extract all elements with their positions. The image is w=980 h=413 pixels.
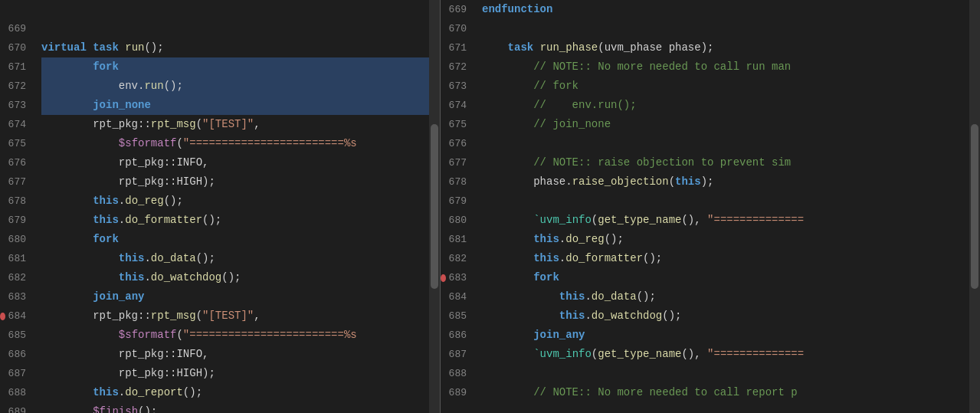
- line-number: 682: [0, 268, 32, 287]
- line-number: 684: [441, 287, 473, 306]
- code-line[interactable]: fork: [41, 230, 429, 249]
- line-number: 684: [0, 306, 32, 326]
- code-line[interactable]: // env.run();: [482, 96, 969, 115]
- right-code-area[interactable]: 6696706716726736746756766776786796806816…: [441, 0, 980, 413]
- line-number: 686: [0, 345, 32, 364]
- line-number: 669: [0, 19, 32, 38]
- code-line[interactable]: this.do_data();: [482, 287, 969, 306]
- line-number: 687: [441, 345, 473, 364]
- code-line[interactable]: this.do_formatter();: [482, 249, 969, 268]
- code-line[interactable]: rpt_pkg::HIGH);: [41, 172, 429, 192]
- code-line[interactable]: $finish();: [41, 402, 429, 413]
- code-line[interactable]: join_any: [41, 287, 429, 306]
- code-line[interactable]: [41, 0, 429, 19]
- code-line[interactable]: this.do_formatter();: [41, 211, 429, 230]
- code-line[interactable]: `uvm_info(get_type_name(), "============…: [482, 345, 969, 364]
- line-number: 682: [441, 249, 473, 268]
- left-pane: 6696706716726736746756766776786796806816…: [0, 0, 441, 413]
- code-line[interactable]: // NOTE:: No more needed to call run man: [482, 57, 969, 77]
- line-number: 673: [441, 77, 473, 96]
- code-line[interactable]: [482, 134, 969, 153]
- line-number: [0, 0, 32, 19]
- line-number: 689: [0, 402, 32, 413]
- left-gutter: 6696706716726736746756766776786796806816…: [0, 0, 38, 413]
- line-number: 670: [0, 38, 32, 57]
- line-number: 685: [0, 326, 32, 345]
- line-number: 688: [0, 383, 32, 402]
- code-line[interactable]: this.do_report();: [41, 383, 429, 402]
- code-line[interactable]: this.do_watchdog();: [482, 306, 969, 326]
- line-number: 675: [0, 134, 32, 153]
- line-number: 686: [441, 326, 473, 345]
- code-line[interactable]: // NOTE:: No more needed to call report …: [482, 383, 969, 402]
- code-line[interactable]: rpt_pkg::HIGH);: [41, 364, 429, 383]
- line-number: 683: [0, 287, 32, 306]
- code-line[interactable]: this.do_watchdog();: [41, 268, 429, 287]
- line-number: 671: [441, 38, 473, 57]
- line-number: 683: [441, 268, 473, 287]
- code-line[interactable]: [482, 192, 969, 211]
- line-number: 676: [441, 134, 473, 153]
- code-line[interactable]: fork: [482, 268, 969, 287]
- right-code-lines[interactable]: endfunction task run_phase(uvm_phase pha…: [479, 0, 969, 413]
- code-line[interactable]: join_any: [482, 326, 969, 345]
- right-scrollbar-thumb[interactable]: [971, 124, 978, 290]
- code-line[interactable]: // join_none: [482, 115, 969, 134]
- code-line[interactable]: endfunction: [482, 0, 969, 19]
- code-line[interactable]: // fork: [482, 77, 969, 96]
- editor-container: 6696706716726736746756766776786796806816…: [0, 0, 980, 413]
- line-number: 678: [441, 172, 473, 192]
- line-number: 681: [441, 230, 473, 249]
- code-line[interactable]: this.do_reg();: [482, 230, 969, 249]
- line-number: 673: [0, 96, 32, 115]
- line-number: 680: [0, 230, 32, 249]
- line-number: 688: [441, 364, 473, 383]
- code-line[interactable]: join_none: [41, 96, 429, 115]
- line-number: 677: [441, 153, 473, 172]
- line-number: 669: [441, 0, 473, 19]
- line-number: 685: [441, 306, 473, 326]
- code-line[interactable]: fork: [41, 57, 429, 77]
- left-code-lines[interactable]: virtual task run(); fork env.run(); join…: [38, 0, 429, 413]
- code-line[interactable]: virtual task run();: [41, 38, 429, 57]
- code-line[interactable]: [41, 19, 429, 38]
- right-pane: 6696706716726736746756766776786796806816…: [441, 0, 980, 413]
- line-number: 678: [0, 192, 32, 211]
- line-number: 679: [0, 211, 32, 230]
- code-line[interactable]: env.run();: [41, 77, 429, 96]
- code-line[interactable]: rpt_pkg::rpt_msg("[TEST]",: [41, 306, 429, 326]
- line-number: 680: [441, 211, 473, 230]
- code-line[interactable]: // NOTE:: raise objection to prevent sim: [482, 153, 969, 172]
- code-line[interactable]: this.do_data();: [41, 249, 429, 268]
- code-line[interactable]: phase.raise_objection(this);: [482, 172, 969, 192]
- line-number: 674: [441, 96, 473, 115]
- line-number: 677: [0, 172, 32, 192]
- line-number: 671: [0, 57, 32, 77]
- line-number: 681: [0, 249, 32, 268]
- line-number: 670: [441, 19, 473, 38]
- code-line[interactable]: this.do_reg();: [41, 192, 429, 211]
- left-scrollbar[interactable]: [429, 0, 440, 413]
- line-number: 689: [441, 383, 473, 402]
- code-line[interactable]: $sformatf("========================%s: [41, 134, 429, 153]
- code-line[interactable]: rpt_pkg::rpt_msg("[TEST]",: [41, 115, 429, 134]
- left-scrollbar-thumb[interactable]: [431, 124, 438, 290]
- line-number: 674: [0, 115, 32, 134]
- line-number: 676: [0, 153, 32, 172]
- right-scrollbar[interactable]: [969, 0, 980, 413]
- code-line[interactable]: task run_phase(uvm_phase phase);: [482, 38, 969, 57]
- right-gutter: 6696706716726736746756766776786796806816…: [441, 0, 479, 413]
- line-number: 679: [441, 192, 473, 211]
- code-line[interactable]: rpt_pkg::INFO,: [41, 153, 429, 172]
- line-number: 672: [0, 77, 32, 96]
- line-number: 687: [0, 364, 32, 383]
- line-number: 672: [441, 57, 473, 77]
- code-line[interactable]: [482, 364, 969, 383]
- left-code-area[interactable]: 6696706716726736746756766776786796806816…: [0, 0, 440, 413]
- code-line[interactable]: `uvm_info(get_type_name(), "============…: [482, 211, 969, 230]
- code-line[interactable]: $sformatf("========================%s: [41, 326, 429, 345]
- code-line[interactable]: rpt_pkg::INFO,: [41, 345, 429, 364]
- code-line[interactable]: [482, 19, 969, 38]
- line-number: 675: [441, 115, 473, 134]
